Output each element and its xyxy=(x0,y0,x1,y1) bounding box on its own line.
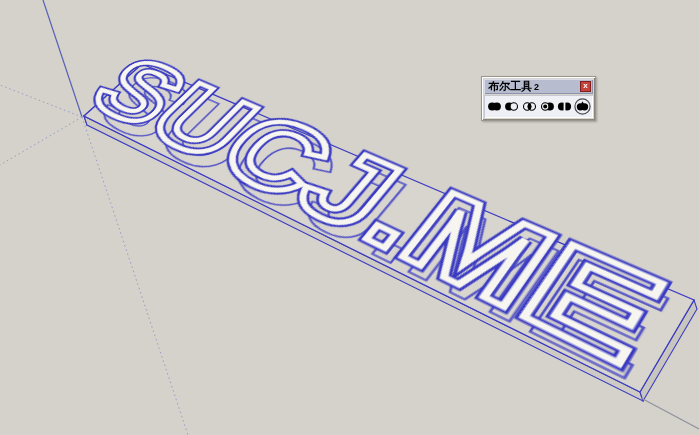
boolean-intersect-button[interactable] xyxy=(521,98,538,115)
boolean-union-button[interactable] xyxy=(486,98,503,115)
scene-canvas xyxy=(0,0,699,435)
blue-axis-line xyxy=(43,0,82,117)
boolean-trim-button[interactable] xyxy=(574,98,591,115)
model-base-plate[interactable] xyxy=(84,64,697,401)
green-axis-negative-dotted-line xyxy=(0,85,82,117)
intersect-icon xyxy=(522,100,537,113)
boolean-toolbar-title-number: 2 xyxy=(534,82,539,92)
boolean-toolbar-title: 布尔工具 xyxy=(488,79,532,94)
trim-active-icon xyxy=(574,98,591,115)
boolean-toolbar-icon-row xyxy=(484,95,593,118)
close-icon[interactable]: x xyxy=(580,81,591,92)
boolean-split-button[interactable] xyxy=(556,98,573,115)
red-axis-negative-dotted-line xyxy=(0,117,82,165)
subtract-icon xyxy=(504,100,519,113)
boolean-subtract-button[interactable] xyxy=(504,98,521,115)
exclude-icon xyxy=(540,100,555,113)
boolean-exclude-button[interactable] xyxy=(539,98,556,115)
ground-axis-line xyxy=(641,398,699,429)
boolean-toolbar: 布尔工具 2 x xyxy=(481,76,596,121)
modeling-viewport[interactable]: SUCJ.ME SUCJ.ME SUCJ.ME xyxy=(0,0,699,435)
boolean-toolbar-titlebar[interactable]: 布尔工具 2 x xyxy=(484,79,593,94)
split-icon xyxy=(557,100,572,113)
plate-top-face xyxy=(84,64,694,392)
union-icon xyxy=(487,100,502,113)
